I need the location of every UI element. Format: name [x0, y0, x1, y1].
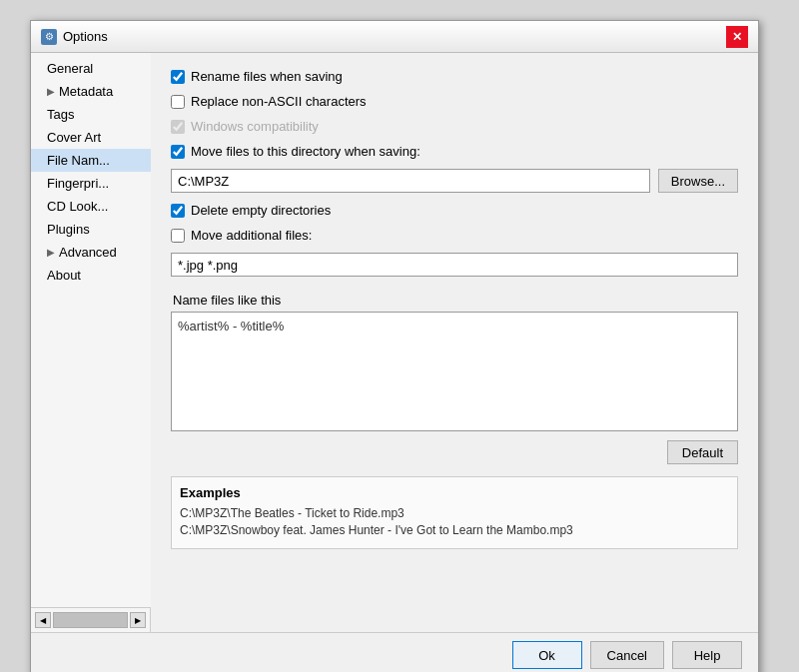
dialog-footer: Ok Cancel Help — [31, 632, 758, 672]
close-button[interactable]: ✕ — [726, 26, 748, 48]
option-move-additional-label[interactable]: Move additional files: — [171, 228, 312, 243]
option-replace-ascii-label[interactable]: Replace non-ASCII characters — [171, 94, 367, 109]
sidebar-item-advanced[interactable]: ▶ Advanced — [31, 241, 151, 264]
sidebar: General ▶ Metadata Tags Cover Art File N… — [31, 53, 151, 632]
additional-files-input[interactable] — [171, 253, 738, 277]
default-button[interactable]: Default — [667, 440, 738, 464]
cancel-button[interactable]: Cancel — [590, 641, 664, 669]
sidebar-list: General ▶ Metadata Tags Cover Art File N… — [31, 53, 151, 607]
main-content: Rename files when saving Replace non-ASC… — [151, 53, 758, 632]
sidebar-item-metadata[interactable]: ▶ Metadata — [31, 80, 151, 103]
option-delete-empty-label[interactable]: Delete empty directories — [171, 203, 331, 218]
sidebar-item-general[interactable]: General — [31, 57, 151, 80]
sidebar-item-fingerprint[interactable]: Fingerpri... — [31, 172, 151, 195]
options-dialog: ⚙ Options ✕ General ▶ Metadata Tags Cove… — [30, 20, 759, 672]
option-windows-compat-label: Windows compatibility — [171, 119, 319, 134]
examples-title: Examples — [180, 485, 729, 500]
browse-button[interactable]: Browse... — [658, 169, 738, 193]
name-files-label: Name files like this — [171, 293, 738, 308]
scroll-thumb[interactable] — [53, 612, 128, 628]
dialog-body: General ▶ Metadata Tags Cover Art File N… — [31, 53, 758, 632]
sidebar-item-plugins[interactable]: Plugins — [31, 218, 151, 241]
sidebar-item-cd-lookup[interactable]: CD Look... — [31, 195, 151, 218]
option-rename-files-checkbox[interactable] — [171, 70, 185, 84]
ok-button[interactable]: Ok — [512, 641, 582, 669]
option-rename-files-label[interactable]: Rename files when saving — [171, 69, 343, 84]
dialog-title-area: ⚙ Options — [41, 29, 108, 45]
sidebar-item-tags[interactable]: Tags — [31, 103, 151, 126]
name-files-section: Name files like this %artist% - %title% — [171, 293, 738, 434]
option-replace-ascii-row: Replace non-ASCII characters — [171, 94, 738, 109]
arrow-icon: ▶ — [47, 86, 55, 97]
option-move-files-label[interactable]: Move files to this directory when saving… — [171, 144, 420, 159]
sidebar-item-file-names[interactable]: File Nam... — [31, 149, 151, 172]
sidebar-scrollbar: ◀ ▶ — [31, 607, 150, 632]
option-windows-compat-row: Windows compatibility — [171, 119, 738, 134]
option-replace-ascii-checkbox[interactable] — [171, 95, 185, 109]
sidebar-item-cover-art[interactable]: Cover Art — [31, 126, 151, 149]
example-line-1: C:\MP3Z\The Beatles - Ticket to Ride.mp3 — [180, 506, 729, 520]
dialog-titlebar: ⚙ Options ✕ — [31, 21, 758, 53]
arrow-icon-advanced: ▶ — [47, 247, 55, 258]
scroll-left-arrow[interactable]: ◀ — [35, 612, 51, 628]
option-move-files-checkbox[interactable] — [171, 145, 185, 159]
default-btn-row: Default — [171, 440, 738, 464]
directory-row: Browse... — [171, 169, 738, 193]
dialog-app-icon: ⚙ — [41, 29, 57, 45]
option-delete-empty-row: Delete empty directories — [171, 203, 738, 218]
example-line-2: C:\MP3Z\Snowboy feat. James Hunter - I'v… — [180, 523, 729, 537]
option-delete-empty-checkbox[interactable] — [171, 204, 185, 218]
option-move-additional-row: Move additional files: — [171, 228, 738, 243]
help-button[interactable]: Help — [672, 641, 742, 669]
name-files-textarea[interactable]: %artist% - %title% — [171, 312, 738, 431]
option-move-files-row: Move files to this directory when saving… — [171, 144, 738, 159]
option-windows-compat-checkbox — [171, 120, 185, 134]
examples-section: Examples C:\MP3Z\The Beatles - Ticket to… — [171, 476, 738, 549]
option-rename-files-row: Rename files when saving — [171, 69, 738, 84]
option-move-additional-checkbox[interactable] — [171, 229, 185, 243]
sidebar-item-about[interactable]: About — [31, 264, 151, 287]
directory-input[interactable] — [171, 169, 650, 193]
scroll-right-arrow[interactable]: ▶ — [130, 612, 146, 628]
dialog-title: Options — [63, 29, 108, 44]
